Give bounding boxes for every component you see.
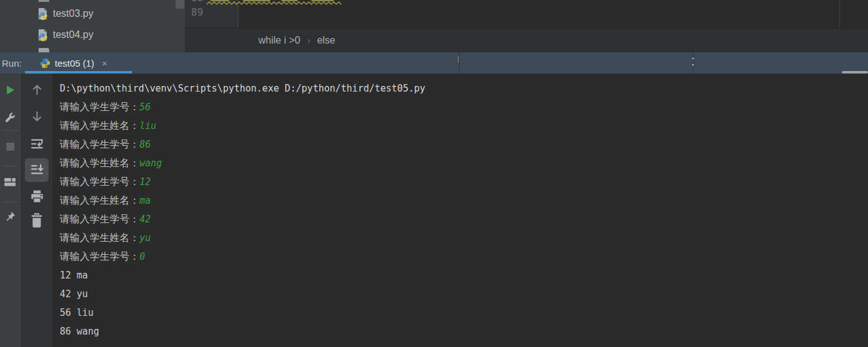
console-user-input: liu: [139, 120, 156, 131]
console-stdout-text: 86 wang: [60, 326, 99, 337]
stop-icon: [6, 142, 15, 151]
console-output[interactable]: D:\python\third\venv\Scripts\python.exe …: [52, 74, 868, 347]
splitter-handle: [458, 56, 459, 62]
python-icon: [40, 58, 50, 69]
print-icon: [30, 189, 44, 204]
console-user-input: 86: [139, 139, 151, 150]
console-toolbar: [21, 74, 52, 347]
scroll-up-button[interactable]: [29, 82, 44, 97]
tree-item-test04.py[interactable]: test04.py: [37, 27, 93, 43]
editor-scrollbar-track: [839, 0, 840, 27]
console-user-input: wang: [139, 158, 162, 169]
console-user-input: 42: [139, 214, 151, 225]
console-user-input: ma: [139, 195, 151, 206]
toolbar-separator: [2, 130, 19, 131]
console-prompt-text: 请输入学生姓名：: [60, 194, 139, 206]
console-prompt-text: 请输入学生学号：: [60, 101, 139, 113]
console-line: 请输入学生姓名：ma: [60, 191, 868, 210]
run-tool-window-header: Run: test05 (1) ×: [0, 52, 868, 74]
console-prompt-text: 请输入学生学号：: [60, 138, 139, 150]
down-arrow-icon: [31, 110, 44, 123]
breadcrumb: while i >0 › else: [185, 27, 868, 52]
clipped-file-icon: [39, 0, 49, 2]
python-file-icon: [37, 7, 48, 20]
console-line: 请输入学生学号：86: [60, 135, 868, 154]
restore-layout-icon: [4, 176, 16, 188]
up-arrow-icon: [31, 83, 44, 97]
clipped-file-icon: [39, 48, 49, 52]
console-line: 请输入学生学号：12: [60, 173, 868, 191]
run-panel-label: Run:: [2, 52, 22, 74]
splitter-divider[interactable]: [459, 52, 460, 74]
soft-wrap-button[interactable]: [29, 136, 44, 152]
splitter-handle-dot: [692, 64, 694, 65]
scroll-to-end-icon: [30, 163, 44, 177]
console-line: 56 liu: [60, 303, 868, 322]
console-prompt-text: 请输入学生姓名：: [60, 157, 139, 169]
console-stdout-text: 12 ma: [60, 270, 88, 281]
toolbar-separator: [2, 202, 19, 202]
toolbar-separator: [2, 166, 19, 166]
run-icon: [5, 85, 16, 95]
close-icon[interactable]: ×: [101, 59, 107, 68]
print-button[interactable]: [29, 188, 44, 204]
line-number: 88: [191, 0, 203, 4]
run-tab-test05[interactable]: test05 (1) ×: [25, 52, 132, 74]
scroll-down-button[interactable]: [29, 108, 44, 123]
run-settings-button[interactable]: [2, 110, 17, 125]
console-line: 请输入学生姓名：liu: [60, 116, 868, 135]
console-line: 86 wang: [60, 322, 868, 341]
clear-console-button[interactable]: [29, 212, 44, 229]
console-user-input: yu: [139, 232, 151, 244]
console-line: 请输入学生姓名：yu: [60, 229, 868, 247]
rerun-button[interactable]: [2, 82, 17, 97]
console-user-input: 12: [139, 176, 151, 188]
console-user-input: 56: [139, 102, 151, 113]
restore-layout-button[interactable]: [2, 174, 18, 190]
pin-tab-button[interactable]: [2, 208, 17, 224]
breadcrumb-item-else[interactable]: else: [317, 35, 335, 46]
console-line: 请输入学生学号：0: [60, 247, 868, 266]
soft-wrap-icon: [30, 137, 44, 151]
spellcheck-wave-underline: [207, 0, 341, 6]
editor-area: 88 89: [185, 0, 868, 27]
console-line: 请输入学生学号：42: [60, 210, 868, 229]
run-toolbar: [0, 74, 21, 347]
console-prompt-text: 请输入学生学号：: [60, 176, 139, 188]
stop-button[interactable]: [2, 139, 17, 154]
wrench-icon: [4, 112, 16, 124]
console-stdout-text: 42 yu: [60, 288, 88, 300]
console-line: 请输入学生姓名：wang: [60, 154, 868, 173]
tree-item-test03.py[interactable]: test03.py: [37, 6, 93, 22]
trash-icon: [30, 213, 44, 228]
console-line: 42 yu: [60, 285, 868, 303]
console-line: D:\python\third\venv\Scripts\python.exe …: [60, 79, 868, 98]
run-tab-label: test05 (1): [55, 58, 94, 69]
console-prompt-text: 请输入学生学号：: [60, 250, 139, 262]
splitter-divider[interactable]: [693, 52, 694, 74]
console-line: 12 ma: [60, 266, 868, 285]
console-line: 请输入学生学号：56: [60, 98, 868, 116]
python-file-icon: [37, 29, 48, 41]
console-stdout-text: 56 liu: [60, 307, 93, 318]
project-tree-panel[interactable]: test03.py test04.py: [0, 0, 185, 52]
scroll-to-end-button[interactable]: [29, 161, 44, 178]
file-name-label: test04.py: [53, 29, 93, 40]
console-prompt-text: 请输入学生学号：: [60, 213, 139, 225]
run-console: D:\python\third\venv\Scripts\python.exe …: [0, 74, 868, 347]
pin-icon: [4, 211, 16, 222]
chevron-right-icon: ›: [307, 35, 310, 45]
pycharm-window: test03.py test04.py 88 89: [0, 0, 868, 347]
tree-scrollbar-thumb[interactable]: [176, 0, 184, 9]
line-number: 89: [191, 6, 203, 18]
file-name-label: test03.py: [53, 8, 93, 19]
console-user-input: 0: [139, 251, 145, 262]
console-prompt-text: 请输入学生姓名：: [60, 232, 139, 244]
console-prompt-text: 请输入学生姓名：: [60, 120, 139, 131]
splitter-handle-dot: [692, 58, 694, 59]
console-command-line: D:\python\third\venv\Scripts\python.exe …: [60, 83, 425, 94]
breadcrumb-item-while[interactable]: while i >0: [258, 35, 300, 46]
